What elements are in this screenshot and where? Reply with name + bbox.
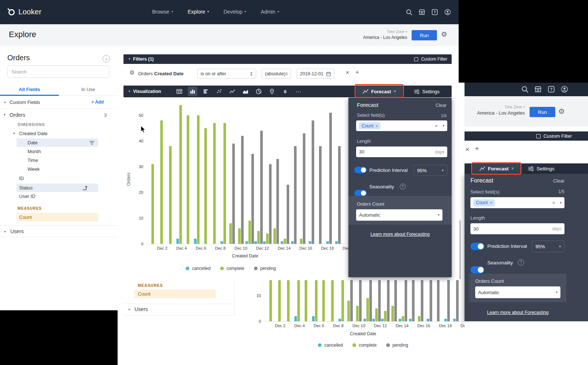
run-button[interactable]: Run bbox=[412, 30, 437, 40]
bar-complete[interactable] bbox=[284, 239, 286, 244]
bar-pending[interactable] bbox=[421, 280, 423, 321]
bar-complete[interactable] bbox=[315, 280, 318, 321]
bar-complete[interactable] bbox=[366, 298, 369, 321]
add-filter-button[interactable]: + bbox=[475, 145, 479, 153]
bar-complete[interactable] bbox=[300, 239, 302, 244]
clear-field-icon[interactable]: × bbox=[435, 123, 438, 129]
forecast-tab[interactable]: Forecast × bbox=[356, 86, 402, 97]
bar-cancelled[interactable] bbox=[444, 319, 447, 321]
viz-scatter-icon[interactable] bbox=[214, 87, 224, 96]
field-row-time[interactable]: Time bbox=[28, 158, 38, 163]
bar-pending[interactable] bbox=[251, 154, 254, 244]
bar-complete[interactable] bbox=[297, 280, 300, 321]
bar-complete[interactable] bbox=[223, 123, 226, 244]
viz-area-icon[interactable] bbox=[241, 87, 250, 96]
bar-complete[interactable] bbox=[341, 280, 344, 321]
viz-column-icon[interactable] bbox=[188, 87, 197, 96]
bar-pending[interactable] bbox=[405, 280, 407, 321]
forecast-tab[interactable]: Forecast × bbox=[473, 163, 520, 174]
bar-complete[interactable] bbox=[287, 280, 290, 321]
nav-item-explore[interactable]: Explore▾ bbox=[188, 9, 209, 15]
add-filter-button[interactable]: + bbox=[355, 69, 359, 76]
bar-pending[interactable] bbox=[359, 280, 362, 321]
help-icon[interactable]: ? bbox=[547, 85, 555, 93]
bar-cancelled[interactable] bbox=[220, 241, 223, 244]
users-group-row[interactable]: ▸ Users bbox=[0, 226, 118, 237]
visualization-bar-title[interactable]: ▾ Visualization bbox=[129, 89, 161, 94]
forecast-field-select[interactable]: Count × × ▾ bbox=[470, 197, 564, 208]
bar-pending[interactable] bbox=[350, 280, 353, 321]
bar-complete[interactable] bbox=[266, 234, 269, 244]
seasonality-help-icon[interactable]: ? bbox=[400, 184, 406, 189]
field-row-date[interactable]: Date bbox=[17, 138, 98, 147]
pivot-icon[interactable] bbox=[82, 185, 88, 191]
bar-pending[interactable] bbox=[232, 144, 235, 244]
bar-pending[interactable] bbox=[437, 280, 440, 321]
viz-single-value-icon[interactable]: 6 bbox=[280, 87, 290, 96]
bar-pending[interactable] bbox=[287, 185, 289, 244]
bar-pending[interactable] bbox=[394, 280, 397, 321]
measure-row-count[interactable]: Count bbox=[134, 289, 216, 298]
learn-more-link[interactable]: Learn more about Forecasting bbox=[370, 232, 430, 237]
bar-pending[interactable] bbox=[447, 280, 450, 321]
bar-complete[interactable] bbox=[179, 105, 182, 244]
settings-tab[interactable]: Settings bbox=[528, 166, 555, 171]
bar-pending[interactable] bbox=[319, 146, 322, 244]
bar-complete[interactable] bbox=[322, 280, 325, 321]
bar-cancelled[interactable] bbox=[372, 319, 375, 321]
bar-cancelled[interactable] bbox=[427, 319, 429, 321]
bar-complete[interactable] bbox=[269, 280, 272, 321]
bar-complete[interactable] bbox=[384, 311, 387, 321]
legend-item[interactable]: cancelled bbox=[186, 266, 211, 271]
filter-icon[interactable] bbox=[89, 140, 94, 145]
bar-complete[interactable] bbox=[356, 306, 359, 321]
bar-complete[interactable] bbox=[278, 280, 281, 321]
gear-icon[interactable]: ⚙ bbox=[558, 107, 565, 116]
filter-date-input[interactable]: 2019-12-01 bbox=[297, 69, 334, 79]
field-row-status[interactable]: Status bbox=[17, 184, 98, 192]
timezone-selector[interactable]: Time Zone ▾ America - Los Angeles bbox=[363, 30, 407, 40]
bar-complete[interactable] bbox=[197, 115, 200, 244]
count-field-chip[interactable]: Count × bbox=[359, 122, 380, 129]
legend-item[interactable]: pending bbox=[386, 343, 408, 348]
field-row-user-id[interactable]: User ID bbox=[19, 194, 35, 199]
bar-cancelled[interactable] bbox=[381, 319, 384, 321]
scrollbar-thumb[interactable] bbox=[459, 220, 461, 279]
forecast-clear-button[interactable]: Clear bbox=[435, 103, 447, 108]
field-row-month[interactable]: Month bbox=[28, 149, 41, 154]
bar-complete[interactable] bbox=[391, 306, 394, 321]
bar-pending[interactable] bbox=[312, 120, 314, 244]
bar-pending[interactable] bbox=[241, 136, 244, 244]
close-icon[interactable]: × bbox=[394, 89, 396, 94]
bar-pending[interactable] bbox=[387, 280, 390, 321]
bar-cancelled[interactable] bbox=[245, 241, 248, 244]
custom-fields-row[interactable]: ▸ Custom Fields + Add bbox=[0, 96, 118, 109]
legend-item[interactable]: cancelled bbox=[318, 343, 343, 348]
forecast-field-select[interactable]: Count × × ▾ bbox=[356, 120, 447, 131]
bar-complete[interactable] bbox=[204, 128, 207, 244]
custom-filter-toggle[interactable]: Custom Filter bbox=[414, 57, 447, 62]
tab-all-fields[interactable]: All Fields bbox=[0, 84, 59, 92]
bar-cancelled[interactable] bbox=[194, 239, 197, 244]
account-icon[interactable] bbox=[444, 8, 451, 16]
bar-complete[interactable] bbox=[375, 308, 378, 321]
chevron-down-icon[interactable]: ▾ bbox=[560, 201, 562, 205]
orders-group-row[interactable]: ▾ Orders 3 bbox=[0, 109, 118, 121]
bar-cancelled[interactable] bbox=[291, 241, 294, 244]
prediction-interval-select[interactable]: 95% ▾ bbox=[532, 241, 564, 252]
run-button[interactable]: Run bbox=[530, 107, 555, 117]
gear-icon[interactable]: ⚙ bbox=[129, 69, 135, 76]
legend-item[interactable]: complete bbox=[220, 266, 244, 271]
bar-complete[interactable] bbox=[169, 146, 172, 244]
close-icon[interactable]: × bbox=[511, 166, 514, 171]
bar-cancelled[interactable] bbox=[281, 241, 283, 244]
remove-filter-button[interactable]: × bbox=[465, 145, 469, 153]
bar-complete[interactable] bbox=[151, 164, 154, 244]
field-row-id[interactable]: ID bbox=[19, 176, 24, 181]
bar-complete[interactable] bbox=[238, 228, 241, 244]
field-row-week[interactable]: Week bbox=[28, 166, 40, 172]
bar-cancelled[interactable] bbox=[263, 241, 266, 244]
bar-pending[interactable] bbox=[369, 280, 372, 321]
viz-more-icon[interactable]: ⋯ bbox=[294, 87, 303, 96]
filters-bar-title[interactable]: ▾ Filters (1) bbox=[129, 57, 154, 62]
